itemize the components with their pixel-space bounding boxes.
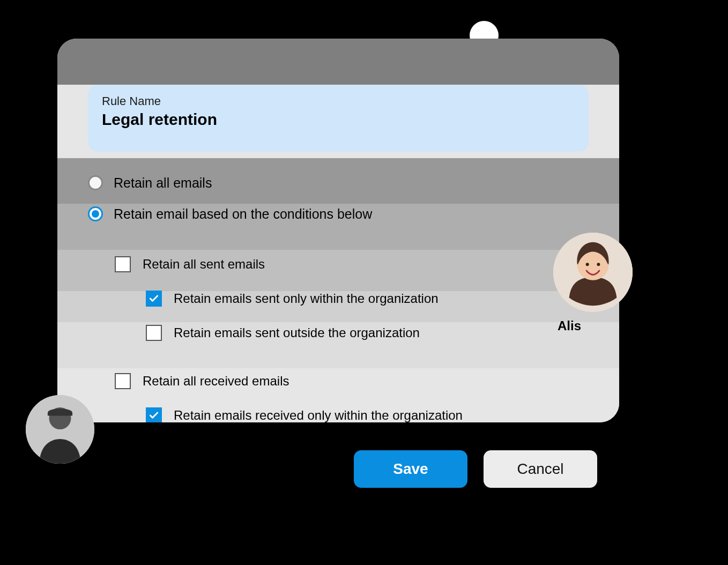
rule-name-label: Rule Name <box>102 94 575 108</box>
avatar-right <box>553 233 633 312</box>
save-button[interactable]: Save <box>354 450 467 488</box>
rule-name-value: Legal retention <box>102 110 575 129</box>
check-retain-sent-all[interactable]: Retain all sent emails <box>115 252 589 277</box>
radio-retain-conditional[interactable]: Retain email based on the conditions bel… <box>88 198 589 229</box>
checkbox-icon <box>146 325 162 341</box>
radio-retain-all[interactable]: Retain all emails <box>88 167 589 198</box>
radio-icon <box>88 206 103 221</box>
checkbox-icon <box>115 373 131 389</box>
checkbox-label: Retain emails sent outside the organizat… <box>174 325 420 340</box>
checkbox-label: Retain emails received only within the o… <box>174 408 463 422</box>
cancel-button[interactable]: Cancel <box>484 450 597 488</box>
check-retain-received-internal[interactable]: Retain emails received only within the o… <box>146 403 589 422</box>
radio-icon <box>88 175 103 190</box>
avatar-left <box>26 395 94 464</box>
checkbox-label: Retain all sent emails <box>143 257 265 272</box>
checkbox-icon <box>115 256 131 272</box>
checkbox-label: Retain all received emails <box>143 374 289 389</box>
svg-point-4 <box>586 263 589 266</box>
condition-checkboxes: Retain all sent emails Retain emails sen… <box>115 252 589 422</box>
avatar-right-name: Alis <box>558 318 581 333</box>
checkbox-icon <box>146 291 162 307</box>
radio-label: Retain email based on the conditions bel… <box>114 206 372 222</box>
checkbox-icon <box>146 407 162 422</box>
check-retain-sent-external[interactable]: Retain emails sent outside the organizat… <box>146 321 589 345</box>
options-section: Retain all emails Retain email based on … <box>88 167 589 422</box>
spacer <box>115 355 589 369</box>
retention-rule-dialog: Rule Name Legal retention Retain all ema… <box>57 39 619 422</box>
radio-label: Retain all emails <box>114 175 212 191</box>
check-retain-sent-internal[interactable]: Retain emails sent only within the organ… <box>146 286 589 311</box>
checkbox-label: Retain emails sent only within the organ… <box>174 291 439 306</box>
rule-name-field[interactable]: Rule Name Legal retention <box>88 85 589 152</box>
stage-background: Rule Name Legal retention Retain all ema… <box>0 0 728 565</box>
check-retain-received-all[interactable]: Retain all received emails <box>115 369 589 393</box>
svg-point-5 <box>597 263 600 266</box>
dialog-header-bar <box>57 39 619 85</box>
